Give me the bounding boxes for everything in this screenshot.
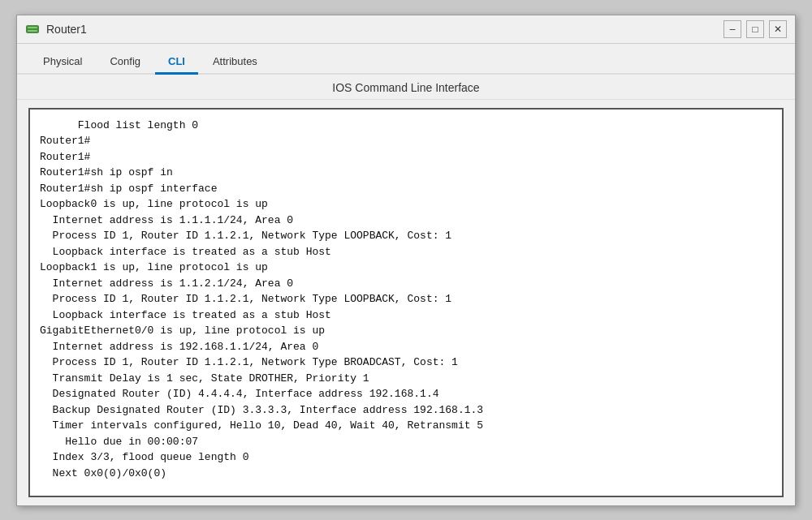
cli-line: Flood list length 0 — [40, 118, 772, 134]
svg-rect-0 — [26, 25, 39, 33]
cli-line: Timer intervals configured, Hello 10, De… — [40, 418, 772, 434]
window-title: Router1 — [46, 23, 87, 36]
restore-button[interactable]: □ — [746, 20, 764, 38]
router-icon — [25, 22, 40, 37]
window-controls: – □ ✕ — [723, 20, 787, 38]
tabs-bar: Physical Config CLI Attributes — [17, 44, 795, 75]
title-bar: Router1 – □ ✕ — [17, 15, 795, 44]
svg-rect-1 — [28, 27, 37, 28]
cli-line: Loopback interface is treated as a stub … — [40, 244, 772, 260]
cli-line: Transmit Delay is 1 sec, State DROTHER, … — [40, 371, 772, 387]
cli-line: Internet address is 1.1.1.1/24, Area 0 — [40, 213, 772, 229]
tab-physical[interactable]: Physical — [30, 50, 95, 75]
title-bar-left: Router1 — [25, 22, 87, 37]
cli-line: Hello due in 00:00:07 — [40, 434, 772, 450]
cli-line: Loopback1 is up, line protocol is up — [40, 260, 772, 276]
cli-line: Router1# — [40, 133, 772, 149]
cli-output[interactable]: Flood list length 0Router1#Router1#Route… — [28, 108, 784, 497]
cli-line: GigabitEthernet0/0 is up, line protocol … — [40, 323, 772, 339]
cli-line: Process ID 1, Router ID 1.1.2.1, Network… — [40, 291, 772, 307]
cli-line: Router1# — [40, 149, 772, 165]
cli-line: Router1#sh ip ospf interface — [40, 181, 772, 197]
minimize-button[interactable]: – — [723, 20, 741, 38]
cli-line: Loopback interface is treated as a stub … — [40, 307, 772, 324]
cli-line: Next 0x0(0)/0x0(0) — [40, 466, 772, 482]
cli-line: Process ID 1, Router ID 1.1.2.1, Network… — [40, 355, 772, 371]
tab-attributes[interactable]: Attributes — [200, 50, 270, 75]
cli-line: Router1#sh ip ospf in — [40, 165, 772, 181]
cli-line: Loopback0 is up, line protocol is up — [40, 196, 772, 213]
cli-line: Internet address is 1.1.2.1/24, Area 0 — [40, 276, 772, 292]
svg-rect-2 — [28, 30, 37, 32]
cli-line: Designated Router (ID) 4.4.4.4, Interfac… — [40, 386, 772, 402]
cli-line: Backup Designated Router (ID) 3.3.3.3, I… — [40, 402, 772, 419]
cli-line: Index 3/3, flood queue length 0 — [40, 449, 772, 466]
router1-window: Router1 – □ ✕ Physical Config CLI Attrib… — [16, 15, 796, 506]
cli-header: IOS Command Line Interface — [17, 75, 795, 100]
cli-line: Internet address is 192.168.1.1/24, Area… — [40, 339, 772, 355]
tab-config[interactable]: Config — [97, 50, 153, 75]
tab-cli[interactable]: CLI — [155, 50, 198, 75]
cli-line: Process ID 1, Router ID 1.1.2.1, Network… — [40, 228, 772, 244]
close-button[interactable]: ✕ — [769, 20, 787, 38]
